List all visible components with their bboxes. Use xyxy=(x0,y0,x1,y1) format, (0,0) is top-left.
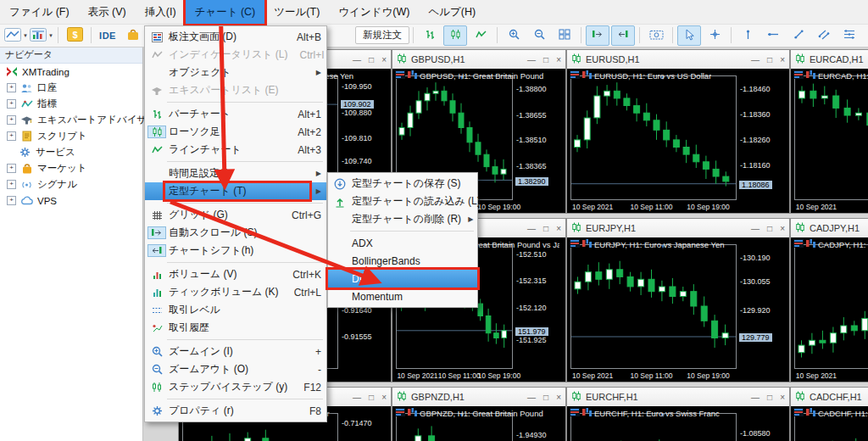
expander-icon[interactable]: + xyxy=(7,196,16,205)
maximize-button[interactable]: □ xyxy=(767,55,772,64)
template-submenu-r[interactable]: 定型チャートの削除 (R)▶ xyxy=(328,210,477,228)
menubar-item-5[interactable]: ウインドウ(W) xyxy=(329,0,419,24)
template-submenu-momentum[interactable]: Momentum xyxy=(328,287,477,305)
minimize-button[interactable]: — xyxy=(527,393,536,402)
horizontal-line-button[interactable] xyxy=(761,25,785,46)
expander-icon[interactable]: + xyxy=(7,99,16,109)
close-button[interactable]: × xyxy=(381,393,387,402)
chart-window-titlebar[interactable]: CADCHF,H1—□× xyxy=(791,388,868,406)
chart-window-titlebar[interactable]: GBPUSD,H1—□× xyxy=(392,50,565,69)
chart-menu-s[interactable]: 自動スクロール (S) xyxy=(145,224,326,242)
chart-window-titlebar[interactable]: EURCAD,H1—□× xyxy=(791,50,868,69)
chart-menu-item2[interactable]: オブジェクト▶ xyxy=(145,64,326,81)
maximize-button[interactable]: □ xyxy=(369,55,374,64)
ide-button[interactable]: IDE xyxy=(96,25,120,46)
dollar-button[interactable]: $ xyxy=(63,25,86,46)
chart-menu-k[interactable]: ティックボリューム (K)Ctrl+L xyxy=(145,283,326,301)
minimize-button[interactable]: — xyxy=(751,393,760,402)
chart-window-titlebar[interactable]: EURUSD,H1—□× xyxy=(567,50,789,69)
tile-windows-button[interactable] xyxy=(553,25,576,46)
chart-menu-item7[interactable]: ラインチャートAlt+3 xyxy=(145,141,326,159)
chart-menu-item6[interactable]: ローソク足Alt+2 xyxy=(145,123,326,141)
sidebar-item-accounts[interactable]: +口座 xyxy=(0,80,142,96)
maximize-button[interactable]: □ xyxy=(543,224,548,233)
auto-scroll-button[interactable] xyxy=(586,25,609,46)
chart-menu-item5[interactable]: バーチャートAlt+1 xyxy=(145,105,326,123)
line-chart-box-button[interactable]: ▼ xyxy=(4,25,28,46)
zoom-out-button[interactable] xyxy=(527,25,551,46)
chart-menu-d[interactable]: 板注文画面 (D)Alt+B xyxy=(145,28,326,46)
menubar-item-4[interactable]: ツール(T) xyxy=(264,0,329,24)
chart-area[interactable]: ▼CADJPY, H1: Canadian Dollar vs Japanese… xyxy=(791,237,868,382)
trendline-button[interactable] xyxy=(787,25,810,46)
zoom-in-button[interactable] xyxy=(502,25,526,46)
close-button[interactable]: × xyxy=(556,393,561,402)
dp-template-item[interactable]: DP xyxy=(328,270,477,287)
chart-area[interactable]: ▼EURCAD, H1: Euro vs Canadian Dollar10 S… xyxy=(791,69,868,213)
chart-menu-r[interactable]: プロパティ (r)F8 xyxy=(145,402,326,420)
close-button[interactable]: × xyxy=(780,224,785,233)
sidebar-item-signals[interactable]: +シグナル xyxy=(0,176,142,193)
sidebar-item-vps[interactable]: +VPS xyxy=(0,193,142,209)
menubar-item-6[interactable]: ヘルプ(H) xyxy=(419,0,485,24)
minimize-button[interactable]: — xyxy=(751,224,760,233)
channel-button[interactable] xyxy=(812,25,836,46)
template-submenu-bollingerbands[interactable]: BollingerBands xyxy=(328,252,477,270)
line-chart-button[interactable] xyxy=(469,25,492,46)
chart-shift-button[interactable] xyxy=(611,25,635,46)
chart-menubar-item[interactable]: チャート (C) xyxy=(186,0,265,24)
chart-area[interactable]: ▼GBPNZD, H1: Great Britain Pound-1.94930 xyxy=(392,406,565,441)
cursor-button[interactable] xyxy=(677,25,701,46)
minimize-button[interactable]: — xyxy=(527,224,536,233)
close-button[interactable]: × xyxy=(556,224,561,233)
new-order-button[interactable]: 新規注文 xyxy=(355,26,409,44)
close-button[interactable]: × xyxy=(556,55,561,64)
vertical-line-button[interactable] xyxy=(736,25,760,46)
maximize-button[interactable]: □ xyxy=(369,393,374,402)
market-bag-button[interactable] xyxy=(121,25,145,46)
chart-menu-item19[interactable]: 取引履歴 xyxy=(145,319,326,337)
template-submenu-adx[interactable]: ADX xyxy=(328,234,477,252)
sidebar-item-scripts[interactable]: +スクリプト xyxy=(0,128,142,144)
maximize-button[interactable]: □ xyxy=(767,224,772,233)
chart-window-titlebar[interactable]: CADJPY,H1—□× xyxy=(791,219,868,237)
chart-menu-g[interactable]: グリッド (G)Ctrl+G xyxy=(145,206,326,224)
template-chart-menu-item[interactable]: 定型チャート (T)▶ xyxy=(145,182,326,200)
minimize-button[interactable]: — xyxy=(353,393,361,402)
expander-icon[interactable]: + xyxy=(7,83,16,92)
chart-menu-h[interactable]: チャートシフト(h) xyxy=(145,242,326,260)
expander-icon[interactable]: + xyxy=(7,180,16,189)
chart-area[interactable]: ▼CADCHF, H1: Canadian Dollar vs Swiss Fr… xyxy=(791,406,868,441)
close-button[interactable]: × xyxy=(780,55,785,64)
chart-window-titlebar[interactable]: EURCHF,H1—□× xyxy=(567,388,789,406)
bar-chart-button[interactable] xyxy=(418,25,442,46)
sidebar-item-services[interactable]: サービス xyxy=(0,144,142,160)
expander-icon[interactable]: + xyxy=(7,164,16,173)
menubar-item-0[interactable]: ファイル (F) xyxy=(0,0,79,24)
menubar-item-1[interactable]: 表示 (V) xyxy=(79,0,136,24)
fibonacci-button[interactable] xyxy=(837,25,861,46)
sidebar-item-indicators[interactable]: +指標 xyxy=(0,96,142,112)
close-button[interactable]: × xyxy=(780,393,785,402)
chart-menu-item18[interactable]: 取引レベル xyxy=(145,301,326,319)
chart-menu-i[interactable]: ズームイン (I)+ xyxy=(145,343,326,360)
maximize-button[interactable]: □ xyxy=(767,393,772,402)
text-tool-button[interactable]: T xyxy=(863,25,868,46)
close-button[interactable]: × xyxy=(381,55,387,64)
expander-icon[interactable]: + xyxy=(7,131,16,141)
chart-menu-v[interactable]: ボリューム (V)Ctrl+K xyxy=(145,265,326,283)
minimize-button[interactable]: — xyxy=(527,55,536,64)
camera-button[interactable] xyxy=(644,25,668,46)
sidebar-item-ea[interactable]: +エキスパートアドバイザ(EA) xyxy=(0,112,142,128)
chart-plot[interactable]: ▼ xyxy=(570,75,737,200)
crosshair-button[interactable] xyxy=(703,25,726,46)
chart-window-titlebar[interactable]: EURJPY,H1—□× xyxy=(567,219,789,237)
sidebar-item-market[interactable]: +マーケット xyxy=(0,160,142,176)
chart-plot[interactable]: ▼ xyxy=(570,244,737,369)
chart-menu-f[interactable]: 時間足設定(f)▶ xyxy=(145,165,326,182)
maximize-button[interactable]: □ xyxy=(543,393,548,402)
chart-menu-l[interactable]: インディケータリスト (L)Ctrl+I xyxy=(145,46,326,64)
chart-plot[interactable]: ▼ xyxy=(794,75,868,200)
chart-menu-y[interactable]: ステップバイステップ (y)F12 xyxy=(145,378,326,396)
template-submenu-l[interactable]: 定型チャートの読み込み (L) xyxy=(328,193,477,210)
